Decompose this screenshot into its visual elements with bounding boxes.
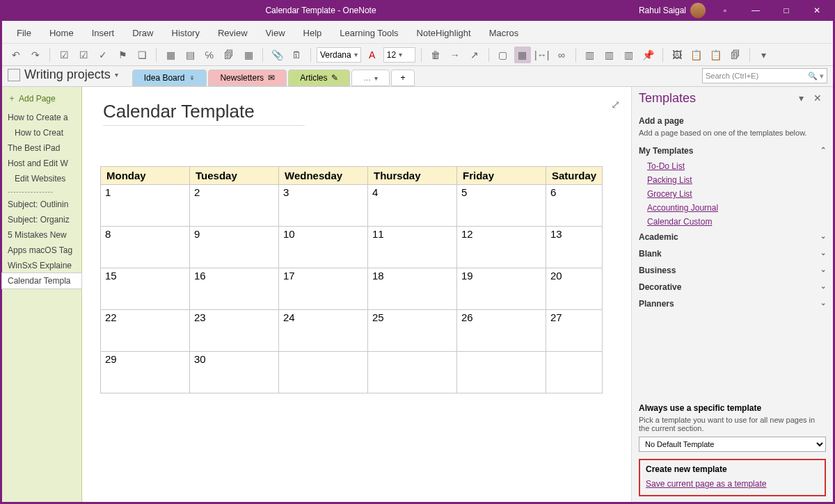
day-header: Monday [101, 167, 190, 185]
checkbox-icon[interactable]: ☑ [56, 47, 72, 63]
notebook-selector[interactable]: Writing projects ▾ [8, 67, 124, 86]
day-header: Saturday [546, 167, 603, 185]
search-input[interactable]: Search (Ctrl+E) 🔍 ▾ [702, 68, 827, 83]
category-academic[interactable]: Academic⌄ [639, 229, 826, 245]
width-icon[interactable]: |↔| [534, 47, 550, 63]
separator [262, 48, 263, 62]
page-item[interactable]: The Best iPad [2, 140, 81, 156]
redo-icon[interactable]: ↷ [27, 47, 44, 63]
category-blank[interactable]: Blank⌄ [639, 245, 826, 262]
menu-file[interactable]: File [8, 25, 40, 41]
paste-icon[interactable]: 📋 [688, 47, 705, 63]
export-icon[interactable]: ↗ [466, 47, 483, 63]
panel1-icon[interactable]: ▥ [582, 47, 598, 63]
page-item[interactable]: Subject: Organiz [2, 212, 81, 227]
panel3-icon[interactable]: ▥ [621, 47, 637, 63]
template-link[interactable]: Packing List [639, 173, 826, 187]
copy2-icon[interactable]: 🗐 [727, 47, 744, 63]
trash-icon[interactable]: 🗑 [427, 47, 444, 63]
separator [49, 48, 50, 62]
notebook-icon [8, 69, 20, 81]
overflow-icon[interactable]: ▾ [756, 47, 772, 63]
page-item[interactable]: WinSxS Explaine [2, 258, 81, 273]
tab-add-button[interactable]: + [391, 70, 414, 86]
menu-macros[interactable]: Macros [480, 25, 528, 41]
page-item[interactable]: Subject: Outlinin [2, 197, 81, 212]
pin-icon[interactable]: 📌 [640, 47, 657, 63]
minimize-button[interactable]: — [740, 0, 771, 21]
page-item[interactable]: Apps macOS Tag [2, 243, 81, 258]
expand-icon[interactable]: ⤢ [611, 98, 620, 111]
clip-icon[interactable]: ▦ [162, 47, 179, 63]
template-link[interactable]: Grocery List [639, 187, 826, 201]
tab-more[interactable]: ... ▾ [351, 70, 390, 86]
table-icon[interactable]: ▦ [240, 47, 257, 63]
pages-sidebar: ＋ Add Page How to Create a How to Creat … [2, 87, 82, 502]
tab-newsletters[interactable]: Newsletters✉ [208, 70, 287, 86]
arrow-right-icon[interactable]: → [447, 47, 463, 63]
check-icon[interactable]: ✓ [95, 47, 111, 63]
menu-review[interactable]: Review [209, 25, 257, 41]
todo-star-icon[interactable]: ☑ [75, 47, 92, 63]
panel2-icon[interactable]: ▥ [601, 47, 618, 63]
clipboard-icon[interactable]: 📋 [708, 47, 724, 63]
day-header: Friday [457, 167, 546, 185]
close-button[interactable]: ✕ [802, 0, 832, 21]
font-color-icon[interactable]: A [364, 47, 381, 63]
separator [575, 48, 576, 62]
menu-draw[interactable]: Draw [123, 25, 162, 41]
page-title[interactable]: Calendar Template [103, 101, 305, 126]
menu-help[interactable]: Help [294, 25, 331, 41]
category-business[interactable]: Business⌄ [639, 262, 826, 279]
tab-articles[interactable]: Articles✎ [288, 70, 350, 86]
page-item[interactable]: How to Create a [2, 110, 81, 125]
tag-star-icon[interactable]: ❏ [134, 47, 150, 63]
image-icon[interactable]: 🖼 [669, 47, 685, 63]
separator [310, 48, 311, 62]
font-name-select[interactable]: Verdana▾ [317, 47, 361, 63]
copy-icon[interactable]: 🗐 [221, 47, 237, 63]
tag-flag-icon[interactable]: ⚑ [114, 47, 131, 63]
date-icon[interactable]: 🗓 [288, 47, 305, 63]
pane-close-icon[interactable]: ✕ [809, 90, 826, 106]
attach-icon[interactable]: 📎 [269, 47, 285, 63]
page-item[interactable]: Edit Websites [2, 171, 81, 186]
calendar-table: Monday Tuesday Wednesday Thursday Friday… [100, 166, 603, 393]
menu-home[interactable]: Home [40, 25, 83, 41]
save-as-template-link[interactable]: Save current page as a template [646, 477, 819, 491]
undo-icon[interactable]: ↶ [8, 47, 24, 63]
menu-learning-tools[interactable]: Learning Tools [331, 25, 407, 41]
list-icon[interactable]: ▢ [495, 47, 511, 63]
page-item-selected[interactable]: Calendar Templa [1, 273, 82, 289]
menu-insert[interactable]: Insert [83, 25, 124, 41]
my-templates-toggle[interactable]: My Templates⌃ [639, 143, 826, 159]
avatar[interactable] [690, 3, 706, 18]
category-planners[interactable]: Planners⌄ [639, 295, 826, 312]
menu-notehighlight[interactable]: NoteHighlight [408, 25, 480, 41]
template-link[interactable]: To-Do List [639, 159, 826, 173]
maximize-button[interactable]: □ [771, 0, 802, 21]
ribbon-options-icon[interactable]: ▫ [710, 0, 740, 21]
infinity-icon[interactable]: ∞ [553, 47, 570, 63]
page-item[interactable]: How to Creat [2, 125, 81, 140]
add-page-button[interactable]: ＋ Add Page [2, 87, 81, 110]
default-template-select[interactable]: No Default Template [639, 437, 826, 452]
page-item[interactable]: 5 Mistakes New [2, 227, 81, 243]
page-item[interactable]: Host and Edit W [2, 156, 81, 171]
separator [488, 48, 489, 62]
template-link[interactable]: Accounting Journal [639, 201, 826, 215]
grid-icon[interactable]: ▦ [514, 47, 531, 63]
link-icon[interactable]: ℅ [201, 47, 218, 63]
pen-icon: ✎ [331, 73, 338, 83]
always-use-heading: Always use a specific template [639, 403, 826, 413]
page-canvas[interactable]: Calendar Template ⤢ Monday Tuesday Wedne… [82, 87, 631, 502]
highlight-icon[interactable]: ▤ [182, 47, 198, 63]
pane-options-icon[interactable]: ▾ [793, 90, 809, 106]
category-decorative[interactable]: Decorative⌄ [639, 279, 826, 295]
template-link[interactable]: Calendar Custom [639, 215, 826, 229]
font-size-select[interactable]: 12▾ [383, 47, 415, 63]
tab-idea-board[interactable]: Idea Board♀ [132, 70, 207, 86]
add-page-sub: Add a page based on one of the templates… [639, 129, 826, 137]
menu-view[interactable]: View [257, 25, 294, 41]
menu-history[interactable]: History [163, 25, 209, 41]
